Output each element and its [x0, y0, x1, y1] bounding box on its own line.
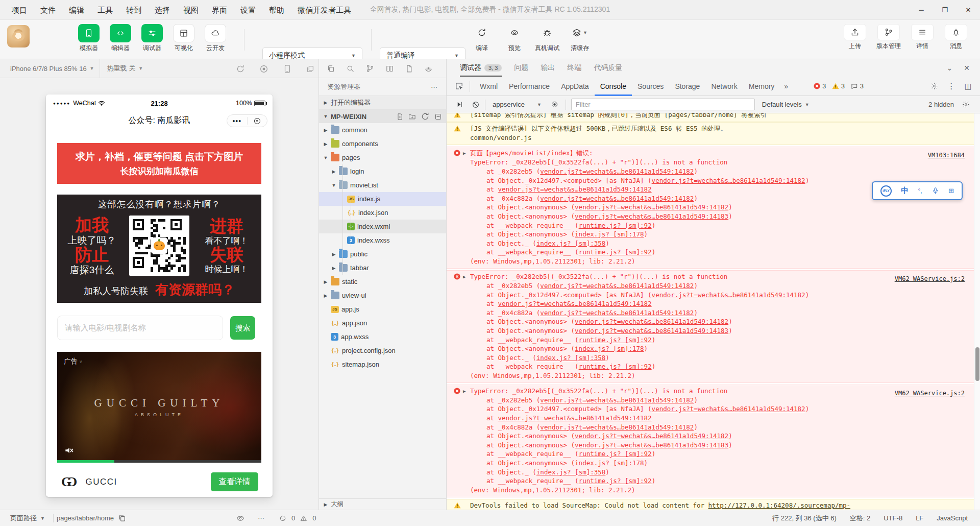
project-root-section[interactable]: ▼MP-WEIXIN [319, 109, 446, 123]
multi-window-icon[interactable] [306, 65, 314, 73]
open-editors-section[interactable]: ▶打开的编辑器 [319, 95, 446, 109]
refresh-icon[interactable] [236, 64, 245, 74]
new-folder-icon[interactable] [408, 112, 416, 121]
panel-tab-输出[interactable]: 输出 [541, 59, 555, 77]
hot-reload-toggle[interactable]: 热重载 关 ▼ [100, 64, 151, 73]
stack-frame-link[interactable]: index.js? [sm]:358 [536, 240, 605, 247]
ime-punctuation-icon[interactable]: °, [918, 187, 922, 195]
toolbar-nav-可视化[interactable]: 可视化 [170, 24, 197, 53]
notice-banner[interactable]: 求片，补档，催更等问题 点击下方图片 长按识别加南瓜微信 [57, 143, 261, 184]
stack-frame-link[interactable]: vendor.js?t=wechat&s…be86141a1d549:14182 [540, 282, 694, 290]
video-progress-bar[interactable] [57, 460, 261, 463]
copy-icon[interactable] [327, 64, 335, 73]
stack-frame-link[interactable]: vendor.js?t=wechat&s…be86141a1d549:14182 [652, 291, 805, 299]
console-error-group[interactable]: ▶TypeError: _0x282eb5[(_0x3522fa(...) + … [447, 385, 974, 497]
tree-item-static[interactable]: ▶static [319, 275, 446, 289]
devtools-tab-Storage[interactable]: Storage [669, 77, 705, 96]
menu-item-视图[interactable]: 视图 [177, 0, 205, 20]
ime-floating-toolbar[interactable]: iFLY 中 °, ⊞ [872, 181, 963, 200]
panel-tab-代码质量[interactable]: 代码质量 [594, 59, 622, 77]
devtools-tab-Performance[interactable]: Performance [503, 77, 555, 96]
menu-item-微信开发者工具[interactable]: 微信开发者工具 [291, 0, 358, 20]
devtools-tab-Network[interactable]: Network [705, 77, 743, 96]
phone-frame-icon[interactable] [283, 64, 292, 74]
toolbar-nav-云开发[interactable]: 云开发 [202, 24, 229, 53]
devtools-tab-Wxml[interactable]: Wxml [474, 77, 503, 96]
message-badge[interactable]: 3 [851, 83, 864, 90]
log-levels-select[interactable]: Default levels ▼ [762, 101, 810, 108]
devtools-tab-Console[interactable]: Console [595, 77, 632, 96]
console-error-group[interactable]: ▶页面【pages/movieList/index】错误:VM103:1684T… [447, 147, 974, 269]
tree-item-uview-ui[interactable]: ▶uview-ui [319, 289, 446, 302]
stack-frame-link[interactable]: vendor.js?t=wechat&s…be86141a1d549:14183 [575, 327, 728, 334]
menu-item-项目[interactable]: 项目 [5, 0, 34, 20]
console-error-group[interactable]: ▶TypeError: _0x282eb5[(_0x3522fa(...) + … [447, 270, 974, 383]
dock-side-icon[interactable]: ◫ [965, 82, 972, 91]
toolbar-nav-模拟器[interactable]: 模拟器 [76, 24, 102, 53]
tree-item-movieList[interactable]: ▼movieList [319, 178, 446, 192]
search-input[interactable] [57, 316, 223, 340]
action-真机调试[interactable]: 真机调试 [532, 24, 562, 53]
kebab-menu-icon[interactable]: ⋮ [947, 81, 955, 91]
qr-promo-image[interactable]: 这部怎么没有啊？想求片啊？ 加我上映了吗？防止唐探3什么 进群看不了啊！失联时候… [57, 195, 261, 303]
clear-console-icon[interactable] [472, 101, 480, 109]
tree-item-public[interactable]: ▶public [319, 247, 446, 261]
right-action-详情[interactable]: 详情 [908, 24, 937, 51]
action-清缓存[interactable]: ▼清缓存 [565, 24, 595, 53]
expand-arrow-icon[interactable]: ▶ [463, 149, 465, 158]
tree-item-sitemap.json[interactable]: {..}sitemap.json [319, 357, 446, 371]
action-编译[interactable]: 编译 [467, 24, 497, 53]
tree-item-index.js[interactable]: JSindex.js [319, 192, 446, 206]
tree-item-project.config.json[interactable]: {..}project.config.json [319, 344, 446, 357]
stack-frame-link[interactable]: vendor.js?t=wechat&s…be86141a1d549:14183 [575, 212, 728, 220]
devtools-tab-Memory[interactable]: Memory [743, 77, 780, 96]
microphone-icon[interactable] [932, 187, 939, 195]
ad-tag[interactable]: 广告 ∨ [64, 357, 83, 366]
stack-frame-link[interactable]: index.js? [sm]:358 [536, 354, 605, 362]
stack-frame-link[interactable]: vendor.js?t=wechat&s…be86141a1d549:14182 [498, 414, 652, 422]
more-tabs-icon[interactable]: » [780, 82, 792, 90]
menu-item-编辑[interactable]: 编辑 [62, 0, 91, 20]
status-LF[interactable]: LF [916, 514, 923, 522]
copy-icon[interactable] [118, 514, 127, 522]
expand-arrow-icon[interactable]: ▶ [463, 272, 465, 281]
expand-arrow-icon[interactable]: ▶ [463, 387, 465, 396]
device-select[interactable]: iPhone 6/7/8 Plus 85% 16 ▼ [0, 65, 100, 73]
tree-item-index.wxss[interactable]: 3index.wxss [319, 233, 446, 247]
console-output[interactable]: [sitemap 索引情况提示] 根据 sitemap 的规则[0]，当前页面 … [447, 113, 974, 510]
ime-language-toggle[interactable]: 中 [901, 186, 909, 196]
stack-frame-link[interactable]: vendor.js?t=wechat&s…be86141a1d549:14182 [575, 432, 728, 440]
menu-item-设置[interactable]: 设置 [234, 0, 262, 20]
problem-counts[interactable]: 0 0 [279, 514, 316, 522]
more-button[interactable]: ••• [227, 118, 247, 124]
stack-frame-link[interactable]: vendor.js?t=wechat&s…be86141a1d549:14182 [652, 177, 805, 184]
close-panel-icon[interactable]: ✕ [964, 64, 970, 72]
stack-frame-link[interactable]: runtime.js? [sm]:92 [579, 363, 652, 370]
panel-tab-问题[interactable]: 问题 [514, 59, 528, 77]
stack-frame-link[interactable]: vendor.js?t=wechat&s…be86141a1d549:14182 [540, 423, 694, 431]
toolbar-nav-调试器[interactable]: 调试器 [139, 24, 165, 53]
stack-frame-link[interactable]: vendor.js?t=wechat&s…be86141a1d549:14182 [575, 318, 728, 325]
close-button[interactable]: ✕ [957, 0, 980, 20]
tree-item-tabbar[interactable]: ▶tabbar [319, 261, 446, 275]
tree-item-app.js[interactable]: JSapp.js [319, 302, 446, 316]
more-icon[interactable]: ⋯ [258, 514, 265, 522]
new-file-icon[interactable] [396, 112, 404, 121]
stack-frame-link[interactable]: runtime.js? [sm]:92 [579, 248, 652, 256]
maximize-button[interactable]: ❐ [933, 0, 957, 20]
tree-item-app.wxss[interactable]: 3app.wxss [319, 330, 446, 344]
menu-item-转到[interactable]: 转到 [119, 0, 148, 20]
tree-item-pages[interactable]: ▼pages [319, 151, 446, 164]
collapse-all-icon[interactable] [434, 112, 442, 121]
menu-item-帮助[interactable]: 帮助 [262, 0, 291, 20]
tree-item-app.json[interactable]: {..}app.json [319, 316, 446, 330]
gear-icon[interactable] [962, 101, 970, 108]
toolbar-nav-编辑器[interactable]: 编辑器 [107, 24, 134, 53]
menu-item-工具[interactable]: 工具 [91, 0, 119, 20]
search-icon[interactable] [346, 64, 355, 73]
stack-frame-link[interactable]: vendor.js?t=wechat&s…be86141a1d549:14182 [652, 405, 805, 413]
stack-frame-link[interactable]: runtime.js? [sm]:92 [579, 222, 652, 229]
page-path-select[interactable]: 页面路径 ▼ [0, 514, 50, 523]
right-action-消息[interactable]: 消息 [941, 24, 971, 51]
stack-frame-link[interactable]: runtime.js? [sm]:92 [579, 450, 652, 458]
